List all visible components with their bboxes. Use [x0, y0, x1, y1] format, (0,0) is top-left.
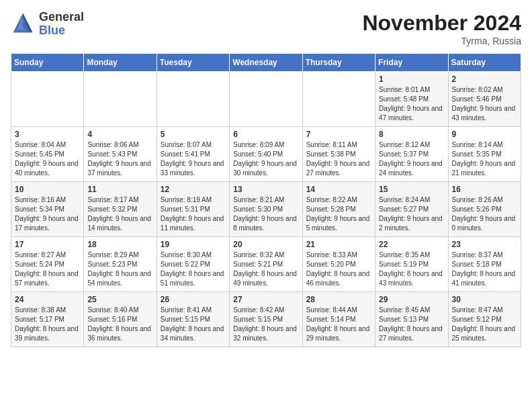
day-info: Sunrise: 8:40 AMSunset: 5:16 PMDaylight:… — [87, 306, 152, 343]
day-number: 16 — [452, 185, 517, 194]
day-cell — [11, 72, 84, 127]
day-info: Sunrise: 8:24 AMSunset: 5:27 PMDaylight:… — [379, 195, 444, 233]
day-info: Sunrise: 8:27 AMSunset: 5:24 PMDaylight:… — [15, 250, 80, 288]
logo-icon — [11, 11, 35, 38]
day-info: Sunrise: 8:04 AMSunset: 5:45 PMDaylight:… — [15, 140, 80, 178]
day-info: Sunrise: 8:26 AMSunset: 5:26 PMDaylight:… — [452, 195, 517, 233]
day-cell: 20 Sunrise: 8:32 AMSunset: 5:21 PMDaylig… — [230, 237, 302, 292]
day-info: Sunrise: 8:35 AMSunset: 5:19 PMDaylight:… — [379, 250, 444, 288]
day-cell: 11 Sunrise: 8:17 AMSunset: 5:32 PMDaylig… — [84, 182, 157, 237]
day-info: Sunrise: 8:19 AMSunset: 5:31 PMDaylight:… — [161, 195, 226, 233]
day-number: 13 — [233, 185, 298, 194]
week-row-1: 1 Sunrise: 8:01 AMSunset: 5:48 PMDayligh… — [11, 72, 521, 127]
day-cell: 7 Sunrise: 8:11 AMSunset: 5:38 PMDayligh… — [302, 127, 375, 182]
day-number: 22 — [379, 240, 444, 249]
day-number: 17 — [15, 240, 80, 249]
day-cell: 29 Sunrise: 8:45 AMSunset: 5:13 PMDaylig… — [375, 292, 448, 347]
calendar-header: SundayMondayTuesdayWednesdayThursdayFrid… — [11, 54, 521, 72]
month-title: November 2024 — [362, 11, 521, 36]
header-row: SundayMondayTuesdayWednesdayThursdayFrid… — [11, 54, 521, 72]
day-cell: 1 Sunrise: 8:01 AMSunset: 5:48 PMDayligh… — [375, 72, 448, 127]
day-cell: 15 Sunrise: 8:24 AMSunset: 5:27 PMDaylig… — [375, 182, 448, 237]
day-cell: 22 Sunrise: 8:35 AMSunset: 5:19 PMDaylig… — [375, 237, 448, 292]
day-cell: 25 Sunrise: 8:40 AMSunset: 5:16 PMDaylig… — [84, 292, 157, 347]
day-number: 4 — [87, 130, 152, 139]
day-info: Sunrise: 8:44 AMSunset: 5:14 PMDaylight:… — [306, 306, 371, 343]
calendar-table: SundayMondayTuesdayWednesdayThursdayFrid… — [11, 53, 521, 347]
day-number: 25 — [87, 295, 152, 304]
day-number: 3 — [15, 130, 80, 139]
day-number: 9 — [452, 130, 517, 139]
col-header-monday: Monday — [84, 54, 157, 72]
day-cell — [157, 72, 229, 127]
day-info: Sunrise: 8:02 AMSunset: 5:46 PMDaylight:… — [452, 85, 517, 123]
day-number: 24 — [15, 295, 80, 304]
day-number: 11 — [87, 185, 152, 194]
week-row-3: 10 Sunrise: 8:16 AMSunset: 5:34 PMDaylig… — [11, 182, 521, 237]
day-number: 21 — [306, 240, 371, 249]
week-row-4: 17 Sunrise: 8:27 AMSunset: 5:24 PMDaylig… — [11, 237, 521, 292]
col-header-sunday: Sunday — [11, 54, 84, 72]
day-number: 8 — [379, 130, 444, 139]
day-cell: 13 Sunrise: 8:21 AMSunset: 5:30 PMDaylig… — [230, 182, 302, 237]
day-cell: 18 Sunrise: 8:29 AMSunset: 5:23 PMDaylig… — [84, 237, 157, 292]
calendar-body: 1 Sunrise: 8:01 AMSunset: 5:48 PMDayligh… — [11, 72, 521, 347]
day-number: 5 — [161, 130, 226, 139]
title-block: November 2024 Tyrma, Russia — [362, 11, 521, 46]
day-cell: 6 Sunrise: 8:09 AMSunset: 5:40 PMDayligh… — [230, 127, 302, 182]
day-info: Sunrise: 8:32 AMSunset: 5:21 PMDaylight:… — [233, 250, 298, 288]
day-info: Sunrise: 8:01 AMSunset: 5:48 PMDaylight:… — [379, 85, 444, 123]
day-number: 18 — [87, 240, 152, 249]
day-info: Sunrise: 8:17 AMSunset: 5:32 PMDaylight:… — [87, 195, 152, 233]
day-info: Sunrise: 8:06 AMSunset: 5:43 PMDaylight:… — [87, 140, 152, 178]
day-cell: 26 Sunrise: 8:41 AMSunset: 5:15 PMDaylig… — [157, 292, 229, 347]
day-cell: 23 Sunrise: 8:37 AMSunset: 5:18 PMDaylig… — [448, 237, 521, 292]
day-number: 30 — [452, 295, 517, 304]
day-info: Sunrise: 8:29 AMSunset: 5:23 PMDaylight:… — [87, 250, 152, 288]
day-number: 2 — [452, 75, 517, 84]
day-cell: 17 Sunrise: 8:27 AMSunset: 5:24 PMDaylig… — [11, 237, 84, 292]
day-cell: 21 Sunrise: 8:33 AMSunset: 5:20 PMDaylig… — [302, 237, 375, 292]
day-cell — [302, 72, 375, 127]
col-header-tuesday: Tuesday — [157, 54, 229, 72]
day-number: 19 — [161, 240, 226, 249]
page-header: General Blue November 2024 Tyrma, Russia — [11, 11, 521, 46]
day-info: Sunrise: 8:45 AMSunset: 5:13 PMDaylight:… — [379, 306, 444, 343]
day-cell: 16 Sunrise: 8:26 AMSunset: 5:26 PMDaylig… — [448, 182, 521, 237]
day-info: Sunrise: 8:22 AMSunset: 5:28 PMDaylight:… — [306, 195, 371, 233]
day-cell: 5 Sunrise: 8:07 AMSunset: 5:41 PMDayligh… — [157, 127, 229, 182]
day-cell: 28 Sunrise: 8:44 AMSunset: 5:14 PMDaylig… — [302, 292, 375, 347]
day-cell: 8 Sunrise: 8:12 AMSunset: 5:37 PMDayligh… — [375, 127, 448, 182]
day-cell: 4 Sunrise: 8:06 AMSunset: 5:43 PMDayligh… — [84, 127, 157, 182]
col-header-friday: Friday — [375, 54, 448, 72]
day-number: 15 — [379, 185, 444, 194]
day-cell: 19 Sunrise: 8:30 AMSunset: 5:22 PMDaylig… — [157, 237, 229, 292]
day-info: Sunrise: 8:11 AMSunset: 5:38 PMDaylight:… — [306, 140, 371, 178]
day-info: Sunrise: 8:14 AMSunset: 5:35 PMDaylight:… — [452, 140, 517, 178]
day-number: 6 — [233, 130, 298, 139]
logo: General Blue — [11, 11, 84, 38]
day-info: Sunrise: 8:37 AMSunset: 5:18 PMDaylight:… — [452, 250, 517, 288]
col-header-saturday: Saturday — [448, 54, 521, 72]
day-cell: 10 Sunrise: 8:16 AMSunset: 5:34 PMDaylig… — [11, 182, 84, 237]
day-info: Sunrise: 8:21 AMSunset: 5:30 PMDaylight:… — [233, 195, 298, 233]
day-number: 20 — [233, 240, 298, 249]
day-number: 27 — [233, 295, 298, 304]
day-number: 14 — [306, 185, 371, 194]
logo-general: General — [39, 10, 84, 24]
location: Tyrma, Russia — [362, 36, 521, 46]
day-cell: 12 Sunrise: 8:19 AMSunset: 5:31 PMDaylig… — [157, 182, 229, 237]
week-row-2: 3 Sunrise: 8:04 AMSunset: 5:45 PMDayligh… — [11, 127, 521, 182]
logo-text: General Blue — [39, 11, 84, 38]
day-cell: 14 Sunrise: 8:22 AMSunset: 5:28 PMDaylig… — [302, 182, 375, 237]
day-number: 10 — [15, 185, 80, 194]
col-header-wednesday: Wednesday — [230, 54, 302, 72]
day-cell: 2 Sunrise: 8:02 AMSunset: 5:46 PMDayligh… — [448, 72, 521, 127]
day-number: 28 — [306, 295, 371, 304]
day-cell: 9 Sunrise: 8:14 AMSunset: 5:35 PMDayligh… — [448, 127, 521, 182]
day-number: 12 — [161, 185, 226, 194]
day-info: Sunrise: 8:33 AMSunset: 5:20 PMDaylight:… — [306, 250, 371, 288]
day-info: Sunrise: 8:42 AMSunset: 5:15 PMDaylight:… — [233, 306, 298, 343]
day-number: 7 — [306, 130, 371, 139]
day-number: 1 — [379, 75, 444, 84]
